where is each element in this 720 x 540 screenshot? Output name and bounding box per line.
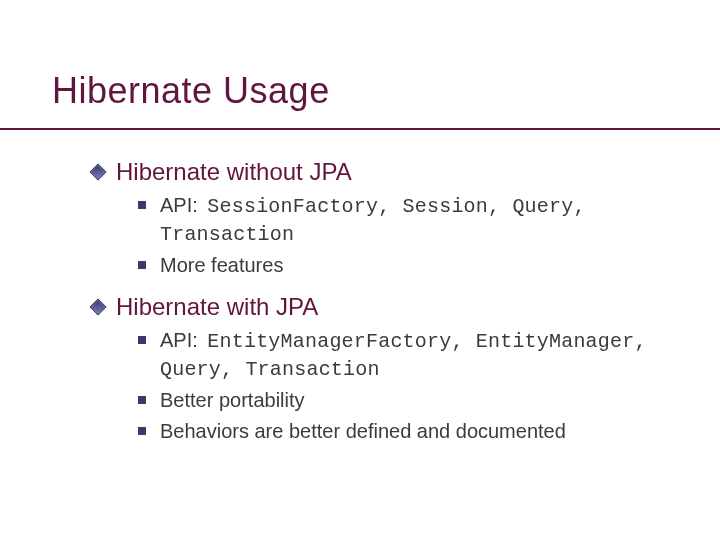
section: Hibernate with JPA API: EntityManagerFac… xyxy=(92,293,720,445)
list-item-text: API: EntityManagerFactory, EntityManager… xyxy=(160,327,698,383)
diamond-bullet-icon xyxy=(90,164,107,181)
square-bullet-icon xyxy=(138,396,146,404)
square-bullet-icon xyxy=(138,261,146,269)
square-bullet-icon xyxy=(138,336,146,344)
section-heading: Hibernate with JPA xyxy=(116,293,318,321)
list-item: API: EntityManagerFactory, EntityManager… xyxy=(138,327,698,383)
sub-list: API: SessionFactory, Session, Query, Tra… xyxy=(92,192,720,279)
slide-title: Hibernate Usage xyxy=(52,70,720,112)
title-area: Hibernate Usage xyxy=(0,0,720,120)
list-item: Behaviors are better defined and documen… xyxy=(138,418,698,445)
content-area: Hibernate without JPA API: SessionFactor… xyxy=(0,130,720,445)
list-item-text: API: SessionFactory, Session, Query, Tra… xyxy=(160,192,698,248)
api-code: SessionFactory, Session, Query, Transact… xyxy=(160,195,586,246)
api-prefix: API: xyxy=(160,329,203,351)
square-bullet-icon xyxy=(138,201,146,209)
list-item-text: Behaviors are better defined and documen… xyxy=(160,418,566,445)
api-code: EntityManagerFactory, EntityManager, Que… xyxy=(160,330,647,381)
square-bullet-icon xyxy=(138,427,146,435)
api-prefix: API: xyxy=(160,194,203,216)
section-header: Hibernate with JPA xyxy=(92,293,720,321)
list-item-text: Better portability xyxy=(160,387,305,414)
list-item-text: More features xyxy=(160,252,283,279)
list-item: More features xyxy=(138,252,698,279)
section: Hibernate without JPA API: SessionFactor… xyxy=(92,158,720,279)
list-item: API: SessionFactory, Session, Query, Tra… xyxy=(138,192,698,248)
sub-list: API: EntityManagerFactory, EntityManager… xyxy=(92,327,720,445)
slide: Hibernate Usage Hibernate without JPA AP… xyxy=(0,0,720,540)
list-item: Better portability xyxy=(138,387,698,414)
section-header: Hibernate without JPA xyxy=(92,158,720,186)
section-heading: Hibernate without JPA xyxy=(116,158,352,186)
diamond-bullet-icon xyxy=(90,299,107,316)
